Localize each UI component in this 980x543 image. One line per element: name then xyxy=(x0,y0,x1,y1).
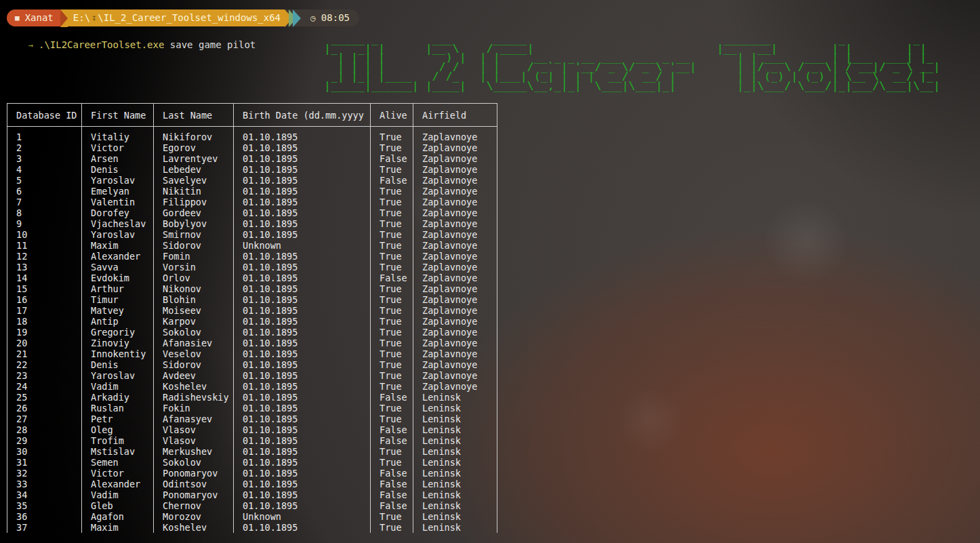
table-cell: True xyxy=(371,338,413,348)
table-cell: 01.10.1895 xyxy=(234,446,371,457)
table-row: 7ValentinFilippov01.10.1895TrueZaplavnoy… xyxy=(7,197,497,207)
table-cell: Odintsov xyxy=(154,479,234,489)
column-header: Birth Date (dd.mm.yyyy xyxy=(234,104,371,126)
table-cell: 01.10.1895 xyxy=(234,392,371,403)
table-row: 13SavvaVorsin01.10.1895TrueZaplavnoye xyxy=(7,262,497,273)
command-line[interactable]: →.\IL2CareerToolset.exe save game pilot xyxy=(5,26,256,39)
column-header: Database ID xyxy=(7,104,82,126)
table-cell: Ponomaryov xyxy=(154,489,234,500)
table-row: 21InnokentiyVeselov01.10.1895TrueZaplavn… xyxy=(7,348,497,359)
table-cell: Smirnov xyxy=(154,229,234,240)
table-cell: Lavrentyev xyxy=(154,153,234,164)
table-cell: True xyxy=(371,283,413,294)
table-cell: 01.10.1895 xyxy=(234,175,371,186)
table-cell: Alexander xyxy=(82,479,154,489)
table-cell: 01.10.1895 xyxy=(234,424,371,435)
table-cell: True xyxy=(371,522,413,533)
table-cell: Veselov xyxy=(154,348,234,359)
table-cell xyxy=(413,127,497,132)
table-cell: Zaplavnoye xyxy=(413,132,497,142)
table-cell: Arthur xyxy=(82,283,154,294)
table-row: 22DenisSidorov01.10.1895TrueZaplavnoye xyxy=(7,359,497,370)
table-cell: Vadim xyxy=(82,489,154,500)
table-row: 20ZinoviyAfanasiev01.10.1895TrueZaplavno… xyxy=(7,338,497,348)
table-cell: Avdeev xyxy=(154,370,234,381)
table-row: 28OlegVlasov01.10.1895FalseLeninsk xyxy=(7,424,497,435)
table-cell: 01.10.1895 xyxy=(234,414,371,424)
table-cell: Leninsk xyxy=(413,468,497,479)
table-cell: Zaplavnoye xyxy=(413,153,497,164)
table-cell: Gleb xyxy=(82,500,154,511)
table-cell: Semen xyxy=(82,457,154,468)
table-cell: Leninsk xyxy=(413,403,497,414)
table-cell: 2 xyxy=(7,142,82,153)
table-cell: 01.10.1895 xyxy=(234,457,371,468)
table-cell: Ruslan xyxy=(82,403,154,414)
table-cell: Leninsk xyxy=(413,392,497,403)
table-cell: 4 xyxy=(7,164,82,175)
table-cell: Egorov xyxy=(154,142,234,153)
table-cell: Unknown xyxy=(234,511,371,522)
table-cell: 13 xyxy=(7,262,82,273)
column-header: First Name xyxy=(82,104,154,126)
table-cell: Evdokim xyxy=(82,273,154,283)
table-cell: 01.10.1895 xyxy=(234,348,371,359)
table-cell: Nikiforov xyxy=(154,132,234,142)
table-cell: True xyxy=(371,370,413,381)
table-cell: 01.10.1895 xyxy=(234,500,371,511)
table-row: 2VictorEgorov01.10.1895TrueZaplavnoye xyxy=(7,142,497,153)
table-cell: Victor xyxy=(82,142,154,153)
table-cell: Sidorov xyxy=(154,359,234,370)
table-cell: Leninsk xyxy=(413,511,497,522)
table-cell: Fomin xyxy=(154,251,234,262)
table-cell: 01.10.1895 xyxy=(234,262,371,273)
table-cell: 25 xyxy=(7,392,82,403)
table-cell: Arkadiy xyxy=(82,392,154,403)
table-cell xyxy=(154,127,234,132)
table-cell: Leninsk xyxy=(413,446,497,457)
table-cell: 01.10.1895 xyxy=(234,305,371,316)
table-cell xyxy=(234,127,371,132)
table-cell: Zinoviy xyxy=(82,338,154,348)
table-cell: Zaplavnoye xyxy=(413,305,497,316)
table-cell: 30 xyxy=(7,446,82,457)
table-cell: Antip xyxy=(82,316,154,327)
table-cell: 19 xyxy=(7,327,82,338)
table-cell: 20 xyxy=(7,338,82,348)
table-cell: True xyxy=(371,142,413,153)
table-row: 12AlexanderFomin01.10.1895TrueZaplavnoye xyxy=(7,251,497,262)
table-cell: Ponomaryov xyxy=(154,468,234,479)
table-cell: Maxim xyxy=(82,522,154,533)
table-row: 10YaroslavSmirnov01.10.1895TrueZaplavnoy… xyxy=(7,229,497,240)
table-cell: 01.10.1895 xyxy=(234,403,371,414)
table-row: 35GlebChernov01.10.1895FalseLeninsk xyxy=(7,500,497,511)
table-row: 11MaximSidorovUnknownTrueZaplavnoye xyxy=(7,240,497,251)
table-cell: 01.10.1895 xyxy=(234,381,371,392)
table-cell: Karpov xyxy=(154,316,234,327)
table-cell: 10 xyxy=(7,229,82,240)
table-cell: 01.10.1895 xyxy=(234,370,371,381)
table-cell: True xyxy=(371,251,413,262)
table-cell: Savelyev xyxy=(154,175,234,186)
table-cell: 01.10.1895 xyxy=(234,153,371,164)
table-cell: 01.10.1895 xyxy=(234,197,371,207)
table-cell: True xyxy=(371,327,413,338)
table-cell: Vlasov xyxy=(154,424,234,435)
table-cell: 01.10.1895 xyxy=(234,186,371,197)
table-cell: 01.10.1895 xyxy=(234,522,371,533)
table-cell: Zaplavnoye xyxy=(413,327,497,338)
terminal-screen[interactable]: ■ Xanat E:\ ↧ \IL_2_Career_Toolset_windo… xyxy=(0,0,980,543)
table-cell: Zaplavnoye xyxy=(413,359,497,370)
path-directory: \IL_2_Career_Toolset_windows_x64 xyxy=(98,9,281,26)
table-cell: Leninsk xyxy=(413,479,497,489)
table-cell: Innokentiy xyxy=(82,348,154,359)
table-cell: Zaplavnoye xyxy=(413,197,497,207)
table-cell: Alexander xyxy=(82,251,154,262)
table-cell: 33 xyxy=(7,479,82,489)
table-cell xyxy=(7,127,82,132)
table-cell: 36 xyxy=(7,511,82,522)
table-cell: 01.10.1895 xyxy=(234,283,371,294)
table-cell: True xyxy=(371,197,413,207)
column-header: Last Name xyxy=(154,104,234,126)
table-row: 14EvdokimOrlov01.10.1895FalseZaplavnoye xyxy=(7,273,497,283)
